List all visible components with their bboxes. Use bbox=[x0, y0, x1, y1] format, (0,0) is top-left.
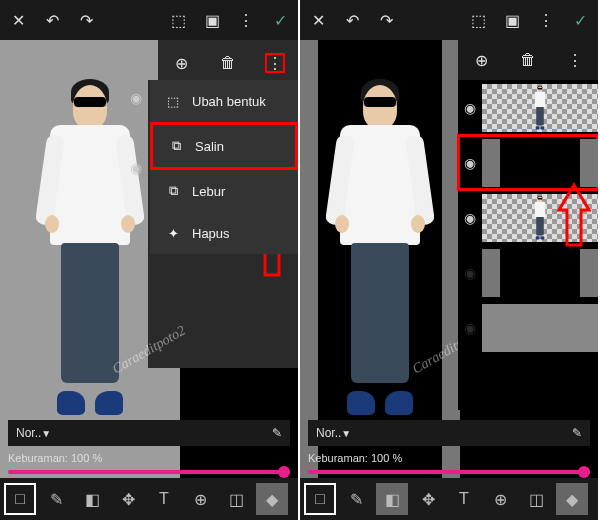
transform-icon: ⬚ bbox=[164, 92, 182, 110]
add-layer-icon[interactable]: ⊕ bbox=[171, 53, 191, 73]
tool-shape[interactable]: □ bbox=[4, 483, 36, 515]
menu-merge[interactable]: ⧉ Lebur bbox=[150, 170, 298, 212]
layer-row[interactable]: ◉ bbox=[458, 300, 598, 355]
tool-eraser[interactable]: ◧ bbox=[376, 483, 408, 515]
layer-row[interactable]: ◉ bbox=[458, 245, 598, 300]
menu-transform[interactable]: ⬚ Ubah bentuk bbox=[150, 80, 298, 122]
brush-icon[interactable]: ✎ bbox=[272, 426, 282, 440]
blend-mode-row[interactable]: Nor.. ▼ ✎ bbox=[308, 420, 590, 446]
tool-layers[interactable]: ◆ bbox=[556, 483, 588, 515]
more-icon[interactable]: ⋮ bbox=[236, 10, 256, 30]
visibility-icon[interactable]: ◉ bbox=[458, 100, 482, 116]
blend-mode-label: Nor.. bbox=[16, 426, 41, 440]
opacity-label: Keburaman: bbox=[8, 452, 68, 464]
opacity-label: Keburaman: bbox=[308, 452, 368, 464]
tool-text[interactable]: T bbox=[448, 483, 480, 515]
tool-brush[interactable]: ✎ bbox=[340, 483, 372, 515]
tool-eraser[interactable]: ◧ bbox=[76, 483, 108, 515]
blend-mode-row[interactable]: Nor.. ▼ ✎ bbox=[8, 420, 290, 446]
redo-icon[interactable]: ↷ bbox=[376, 10, 396, 30]
visibility-icon[interactable]: ◉ bbox=[458, 265, 482, 281]
tool-move[interactable]: ✥ bbox=[412, 483, 444, 515]
menu-label: Salin bbox=[195, 139, 224, 154]
context-menu: ⬚ Ubah bentuk ⧉ Salin ⧉ Lebur ✦ Hapus bbox=[150, 80, 298, 254]
menu-copy[interactable]: ⧉ Salin bbox=[150, 122, 298, 170]
close-icon[interactable]: ✕ bbox=[308, 10, 328, 30]
tool-brush[interactable]: ✎ bbox=[40, 483, 72, 515]
crop-icon[interactable]: ⬚ bbox=[468, 10, 488, 30]
person-figure bbox=[325, 85, 435, 415]
opacity-slider[interactable] bbox=[308, 470, 590, 474]
tool-layers[interactable]: ◆ bbox=[256, 483, 288, 515]
opacity-slider[interactable] bbox=[8, 470, 290, 474]
opacity-value: 100 % bbox=[371, 452, 402, 464]
add-layer-icon[interactable]: ⊕ bbox=[471, 50, 491, 70]
visibility-icon[interactable]: ◉ bbox=[458, 210, 482, 226]
layer-thumbnail bbox=[482, 249, 598, 297]
brush-icon[interactable]: ✎ bbox=[572, 426, 582, 440]
tool-move[interactable]: ✥ bbox=[112, 483, 144, 515]
trash-icon[interactable]: 🗑 bbox=[218, 53, 238, 73]
layer-thumbnail bbox=[482, 304, 598, 352]
check-icon[interactable]: ✓ bbox=[270, 10, 290, 30]
opacity-row: Keburaman: 100 % bbox=[8, 452, 290, 474]
visibility-icon[interactable]: ◉ bbox=[458, 320, 482, 336]
top-toolbar: ✕ ↶ ↷ ⬚ ▣ ⋮ ✓ bbox=[0, 0, 298, 40]
tool-add[interactable]: ⊕ bbox=[484, 483, 516, 515]
tool-image[interactable]: ◫ bbox=[220, 483, 252, 515]
tool-image[interactable]: ◫ bbox=[520, 483, 552, 515]
opacity-row: Keburaman: 100 % bbox=[308, 452, 590, 474]
check-icon[interactable]: ✓ bbox=[570, 10, 590, 30]
tool-add[interactable]: ⊕ bbox=[184, 483, 216, 515]
layer-thumbnail bbox=[482, 84, 598, 132]
copy-icon: ⧉ bbox=[167, 137, 185, 155]
edited-photo bbox=[300, 40, 460, 478]
visibility-icon[interactable]: ◉ bbox=[130, 90, 142, 106]
layer-row[interactable]: ◉ bbox=[458, 80, 598, 135]
camera-icon[interactable]: ▣ bbox=[502, 10, 522, 30]
menu-label: Ubah bentuk bbox=[192, 94, 266, 109]
visibility-icon[interactable]: ◉ bbox=[458, 155, 482, 171]
layer-more-icon[interactable]: ⋮ bbox=[565, 50, 585, 70]
menu-label: Lebur bbox=[192, 184, 225, 199]
blend-mode-label: Nor.. bbox=[316, 426, 341, 440]
camera-icon[interactable]: ▣ bbox=[202, 10, 222, 30]
tool-text[interactable]: T bbox=[148, 483, 180, 515]
annotation-arrow bbox=[554, 180, 594, 250]
trash-icon[interactable]: 🗑 bbox=[518, 50, 538, 70]
top-toolbar: ✕ ↶ ↷ ⬚ ▣ ⋮ ✓ bbox=[300, 0, 598, 40]
layer-more-icon[interactable]: ⋮ bbox=[265, 53, 285, 73]
undo-icon[interactable]: ↶ bbox=[42, 10, 62, 30]
bottom-toolbar: □ ✎ ◧ ✥ T ⊕ ◫ ◆ bbox=[0, 478, 298, 520]
merge-icon: ⧉ bbox=[164, 182, 182, 200]
tool-shape[interactable]: □ bbox=[304, 483, 336, 515]
crop-icon[interactable]: ⬚ bbox=[168, 10, 188, 30]
opacity-value: 100 % bbox=[71, 452, 102, 464]
menu-label: Hapus bbox=[192, 226, 230, 241]
screenshot-right: ✕ ↶ ↷ ⬚ ▣ ⋮ ✓ Caraeditpoto2 bbox=[300, 0, 598, 520]
delete-icon: ✦ bbox=[164, 224, 182, 242]
undo-icon[interactable]: ↶ bbox=[342, 10, 362, 30]
menu-delete[interactable]: ✦ Hapus bbox=[150, 212, 298, 254]
visibility-icon[interactable]: ◉ bbox=[130, 160, 142, 176]
redo-icon[interactable]: ↷ bbox=[76, 10, 96, 30]
bottom-toolbar: □ ✎ ◧ ✥ T ⊕ ◫ ◆ bbox=[300, 478, 598, 520]
more-icon[interactable]: ⋮ bbox=[536, 10, 556, 30]
close-icon[interactable]: ✕ bbox=[8, 10, 28, 30]
person-figure bbox=[35, 85, 145, 415]
screenshot-left: ✕ ↶ ↷ ⬚ ▣ ⋮ ✓ Caraeditpoto2 bbox=[0, 0, 298, 520]
